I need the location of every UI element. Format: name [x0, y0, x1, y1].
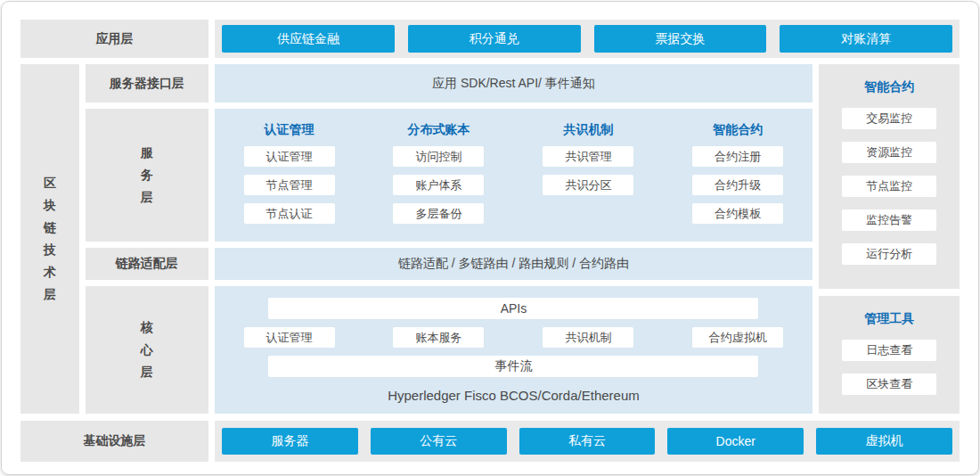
- core-module-cell: 共识机制: [513, 327, 663, 348]
- core-layer-label: 核心层: [86, 286, 208, 414]
- side-panel-item: 资源监控: [842, 142, 936, 163]
- core-module-cell: 认证管理: [215, 327, 364, 348]
- side-panel-item: 日志查看: [842, 340, 936, 361]
- core-module: 账本服务: [393, 327, 484, 348]
- link-adapter-layer-label: 链路适配层: [86, 248, 208, 280]
- infra-button[interactable]: 公有云: [371, 428, 507, 455]
- service-column: 分布式账本访问控制账户体系多层备份: [364, 120, 514, 242]
- service-column-header: 共识机制: [563, 120, 613, 138]
- side-panel-1: 智能合约交易监控资源监控节点监控监控告警运行分析: [819, 64, 960, 289]
- side-panel-item: 运行分析: [842, 243, 936, 265]
- service-column-header: 分布式账本: [407, 120, 470, 138]
- blockchain-tech-section: 区块链技术层 服务器接口层 服务层 链路适配层 核心层 应用 SDK/Rest …: [20, 64, 960, 414]
- service-column: 共识机制共识管理共识分区: [513, 120, 663, 242]
- tech-layer-label: 区块链技术层: [20, 64, 79, 414]
- service-item: 合约注册: [692, 146, 783, 167]
- service-column-header: 智能合约: [713, 120, 763, 138]
- service-column: 智能合约合约注册合约升级合约模板: [663, 120, 813, 242]
- side-panel-item: 区块查看: [842, 373, 936, 395]
- side-panel-2: 管理工具日志查看区块查看: [819, 296, 960, 414]
- core-layer-box: APIs 认证管理账本服务共识机制合约虚拟机 事件流 Hyperledger F…: [215, 286, 813, 414]
- core-module-cell: 合约虚拟机: [663, 327, 813, 348]
- event-stream-bar: 事件流: [268, 356, 758, 377]
- link-adapter-bar: 链路适配 / 多链路由 / 路由规则 / 合约路由: [215, 248, 813, 280]
- infra-button[interactable]: 服务器: [222, 428, 358, 455]
- side-panel-item: 监控告警: [842, 209, 936, 231]
- service-item: 共识分区: [543, 175, 633, 195]
- service-item: 账户体系: [393, 175, 484, 195]
- service-item: 认证管理: [244, 146, 335, 167]
- core-modules-row: 认证管理账本服务共识机制合约虚拟机: [215, 327, 813, 348]
- server-interface-layer-label: 服务器接口层: [86, 64, 208, 103]
- app-button[interactable]: 积分通兑: [408, 25, 581, 53]
- app-layer-label: 应用层: [20, 20, 208, 58]
- sdk-api-bar: 应用 SDK/Rest API/ 事件通知: [215, 64, 813, 103]
- service-item: 共识管理: [543, 146, 633, 167]
- core-module: 共识机制: [543, 327, 633, 348]
- service-item: 多层备份: [393, 203, 484, 224]
- service-item: 合约模板: [692, 203, 783, 224]
- side-panel-item: 节点监控: [842, 176, 936, 197]
- service-item: 节点认证: [244, 203, 335, 224]
- apis-bar: APIs: [268, 298, 758, 319]
- platforms-text: Hyperledger Fisco BCOS/Corda/Ethereum: [388, 388, 640, 403]
- core-module: 认证管理: [244, 327, 335, 348]
- main-content-column: 应用 SDK/Rest API/ 事件通知 认证管理认证管理节点管理节点认证分布…: [215, 64, 813, 414]
- service-layer-box: 认证管理认证管理节点管理节点认证分布式账本访问控制账户体系多层备份共识机制共识管…: [215, 109, 813, 242]
- service-layer-label: 服务层: [86, 109, 208, 242]
- infra-button[interactable]: 虚拟机: [816, 428, 952, 455]
- core-module: 合约虚拟机: [692, 327, 783, 348]
- app-button[interactable]: 票据交换: [594, 25, 767, 53]
- service-column-header: 认证管理: [265, 120, 314, 138]
- app-button[interactable]: 对账清算: [780, 25, 952, 53]
- service-column: 认证管理认证管理节点管理节点认证: [215, 120, 364, 242]
- side-panel-item: 交易监控: [842, 108, 936, 129]
- side-panels-column: 智能合约交易监控资源监控节点监控监控告警运行分析管理工具日志查看区块查看: [819, 64, 960, 414]
- infra-layer-label: 基础设施层: [20, 421, 208, 462]
- infra-button[interactable]: 私有云: [519, 428, 656, 455]
- architecture-diagram: 应用层 供应链金融积分通兑票据交换对账清算 区块链技术层 服务器接口层 服务层 …: [1, 1, 979, 475]
- service-item: 节点管理: [244, 175, 335, 195]
- app-layer-strip: 供应链金融积分通兑票据交换对账清算: [215, 20, 960, 58]
- service-item: 访问控制: [393, 146, 484, 167]
- infra-layer-strip: 服务器公有云私有云Docker虚拟机: [215, 421, 960, 462]
- service-item: 合约升级: [692, 175, 783, 195]
- infra-layer-row: 基础设施层 服务器公有云私有云Docker虚拟机: [20, 421, 960, 462]
- side-panel-header: 管理工具: [864, 309, 914, 327]
- infra-button[interactable]: Docker: [667, 428, 804, 455]
- sub-layer-labels: 服务器接口层 服务层 链路适配层 核心层: [86, 64, 208, 414]
- app-button[interactable]: 供应链金融: [222, 25, 395, 53]
- app-layer-row: 应用层 供应链金融积分通兑票据交换对账清算: [20, 20, 960, 58]
- side-panel-header: 智能合约: [864, 78, 914, 95]
- core-module-cell: 账本服务: [364, 327, 514, 348]
